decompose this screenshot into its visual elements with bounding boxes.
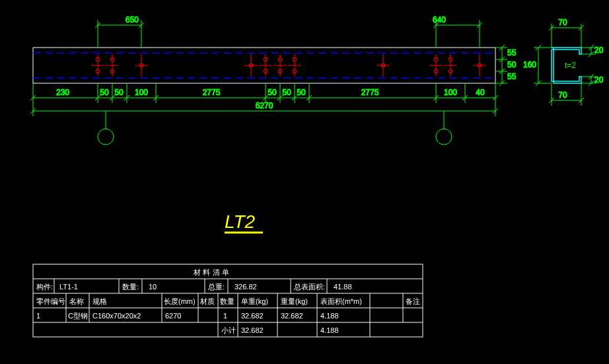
- dim-b50c: 50: [268, 88, 277, 97]
- d-name: C型钢: [68, 312, 88, 320]
- dim-side: 55 50 55: [495, 45, 517, 86]
- supports: [98, 111, 452, 145]
- dim-overall: 6270: [30, 101, 498, 116]
- h-mat: 材质: [199, 297, 215, 305]
- h-uw: 单重(kg): [241, 297, 268, 305]
- svg-point-98: [436, 129, 452, 145]
- h-note: 备注: [406, 297, 420, 305]
- dim-sec-t: t=2: [565, 61, 576, 70]
- dim-top: 650 640: [95, 15, 482, 48]
- h-tw: 重量(kg): [281, 297, 308, 305]
- r1-alabel: 总表面积:: [293, 283, 325, 291]
- dim-650: 650: [125, 15, 139, 24]
- r1-name: LT1-1: [59, 283, 78, 291]
- r1-label: 构件:: [36, 283, 53, 291]
- drawing-title: LT2: [225, 211, 263, 233]
- bolt-marks: [91, 54, 486, 77]
- h-partno: 零件编号: [36, 297, 65, 305]
- d-uw: 32.682: [241, 312, 264, 320]
- r1-wlabel: 总重:: [207, 283, 225, 291]
- dim-b100b: 100: [444, 88, 457, 97]
- f-label: 小计: [221, 326, 236, 334]
- dim-sec20b: 20: [594, 75, 604, 85]
- dim-b50d: 50: [282, 88, 291, 97]
- section-detail: 70 160 70 20 20 t=2: [523, 18, 604, 106]
- h-qty: 数量: [220, 297, 234, 305]
- r1-wt: 326.82: [234, 283, 257, 291]
- dim-sec160: 160: [523, 60, 536, 69]
- dim-2775b: 2775: [361, 88, 379, 97]
- r1-qty: 10: [149, 283, 157, 291]
- f-tw: 32.682: [241, 326, 264, 334]
- dim-b50e: 50: [297, 88, 306, 97]
- title-text: LT2: [225, 211, 256, 232]
- dim-55a: 55: [507, 48, 517, 57]
- dim-55b: 55: [507, 72, 517, 81]
- h-len: 长度(mm): [164, 297, 196, 305]
- r1-qlabel: 数量:: [122, 283, 139, 291]
- h-name: 名称: [69, 297, 84, 305]
- h-sa: 表面积(m*m): [320, 297, 362, 305]
- dim-b100a: 100: [135, 88, 148, 97]
- cad-drawing: 650 640 55 50 55: [0, 0, 609, 364]
- svg-point-96: [98, 129, 114, 145]
- r1-area: 41.88: [334, 283, 352, 291]
- dim-230: 230: [56, 88, 69, 97]
- dim-50: 50: [507, 60, 517, 69]
- dim-6270: 6270: [256, 101, 273, 110]
- bom-header: 材 料 清 单: [193, 268, 229, 276]
- dim-sec20a: 20: [594, 46, 604, 55]
- d-partno: 1: [36, 312, 40, 320]
- dim-b50b: 50: [114, 88, 124, 97]
- h-spec: 规格: [92, 297, 107, 305]
- d-tw: 32.682: [281, 312, 303, 320]
- bom-table: 材 料 清 单 构件: LT1-1 数量: 10 总重: 326.82 总表面积…: [33, 264, 423, 337]
- dim-2775a: 2775: [203, 88, 221, 97]
- d-spec: C160x70x20x2: [92, 312, 141, 320]
- dim-b50a: 50: [100, 88, 109, 97]
- dim-b40: 40: [476, 88, 485, 97]
- dim-sec70a: 70: [558, 18, 567, 27]
- d-sa: 4.188: [320, 312, 339, 320]
- dim-sec70b: 70: [558, 91, 567, 100]
- d-qty: 1: [223, 312, 227, 320]
- d-len: 6270: [165, 312, 181, 320]
- dim-640: 640: [433, 15, 446, 24]
- f-sa: 4.188: [320, 326, 339, 334]
- dim-bottom-chain: 230 50 50 100 2775 50 50 50 2775 100 40: [30, 83, 498, 103]
